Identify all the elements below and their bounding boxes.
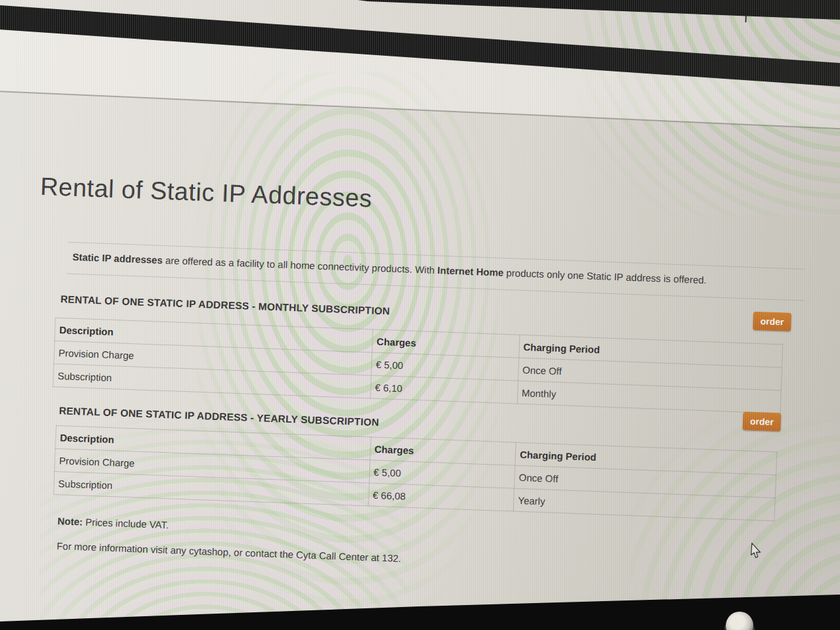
note-label: Note: — [57, 515, 83, 527]
intro-text-2: products only one Static IP address is o… — [503, 267, 707, 285]
yearly-subscription-table: Description Charges Charging Period Prov… — [53, 425, 777, 521]
intro-text-1: are offered as a facility to all home co… — [162, 255, 437, 276]
intro-bold-internet-home: Internet Home — [437, 264, 503, 278]
page-title: Rental of Static IP Addresses — [40, 173, 373, 213]
order-button-yearly[interactable]: order — [742, 411, 781, 431]
section-heading-monthly: RENTAL OF ONE STATIC IP ADDRESS - MONTHL… — [60, 293, 390, 317]
cell-charge: € 6,10 — [370, 375, 518, 404]
intro-paragraph: Static IP addresses are offered as a fac… — [67, 242, 805, 301]
note-text: Prices include VAT. — [83, 516, 169, 531]
monthly-subscription-table: Description Charges Charging Period Prov… — [52, 318, 783, 414]
section-heading-yearly: RENTAL OF ONE STATIC IP ADDRESS - YEARLY… — [59, 405, 379, 429]
webpage-content: Rental of Static IP Addresses Static IP … — [9, 121, 813, 630]
info-line: For more information visit any cytashop,… — [56, 540, 402, 564]
note-line: Note: Prices include VAT. — [57, 515, 169, 530]
order-button-monthly[interactable]: order — [753, 312, 791, 331]
cell-charge: € 66,08 — [368, 483, 514, 511]
mouse-cursor-icon — [749, 543, 763, 560]
intro-bold-static-ip: Static IP addresses — [72, 251, 163, 266]
photographed-monitor-screen: { "page": { "title": "Rental of Static I… — [0, 0, 840, 630]
